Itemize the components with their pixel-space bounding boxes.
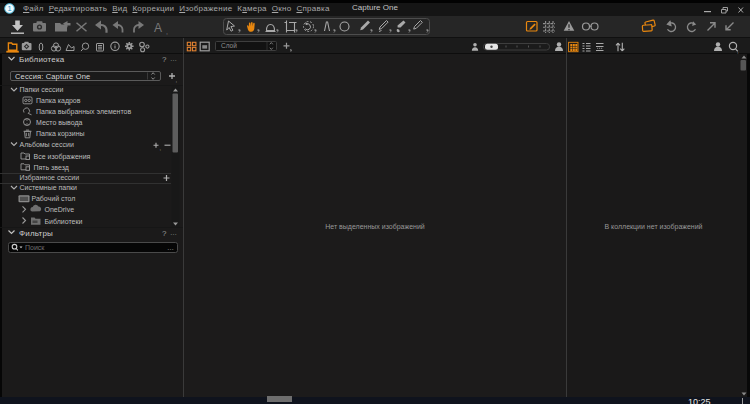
svg-text:,: ,: [160, 145, 162, 151]
svg-text:Папки сессии: Папки сессии: [20, 86, 64, 93]
svg-text:Папка выбранных элементов: Папка выбранных элементов: [36, 108, 132, 116]
svg-text:Рабочий стол: Рабочий стол: [32, 195, 76, 202]
svg-text:,: ,: [166, 28, 168, 35]
svg-text:,: ,: [737, 48, 739, 54]
svg-text:…: …: [170, 55, 177, 62]
svg-text:…: …: [170, 229, 177, 236]
svg-text:OneDrive: OneDrive: [45, 206, 75, 213]
svg-text:?: ?: [162, 55, 167, 64]
svg-text:…: …: [167, 244, 174, 251]
svg-text:1: 1: [8, 4, 12, 13]
svg-text:A: A: [154, 21, 162, 35]
svg-text:,: ,: [176, 77, 178, 83]
svg-text:Слой: Слой: [221, 42, 237, 49]
svg-text:Избранное сессии: Избранное сессии: [20, 174, 80, 182]
svg-text:Библиотеки: Библиотеки: [45, 218, 83, 225]
svg-text:Папка кадров: Папка кадров: [36, 97, 81, 105]
svg-text:Сессия: Capture One: Сессия: Capture One: [15, 72, 90, 81]
svg-text:Поиск: Поиск: [25, 244, 45, 251]
svg-text:Папка корзины: Папка корзины: [36, 130, 85, 138]
svg-text:Все изображения: Все изображения: [34, 153, 91, 161]
svg-text:Альбомы сессии: Альбомы сессии: [20, 141, 74, 148]
svg-text:Библиотека: Библиотека: [19, 55, 65, 64]
svg-text:Системные папки: Системные папки: [20, 184, 78, 191]
svg-text:Место вывода: Место вывода: [36, 119, 82, 127]
svg-text:Пять звезд: Пять звезд: [34, 164, 69, 172]
svg-text:Фильтры: Фильтры: [19, 229, 53, 238]
svg-text:?: ?: [162, 229, 167, 238]
